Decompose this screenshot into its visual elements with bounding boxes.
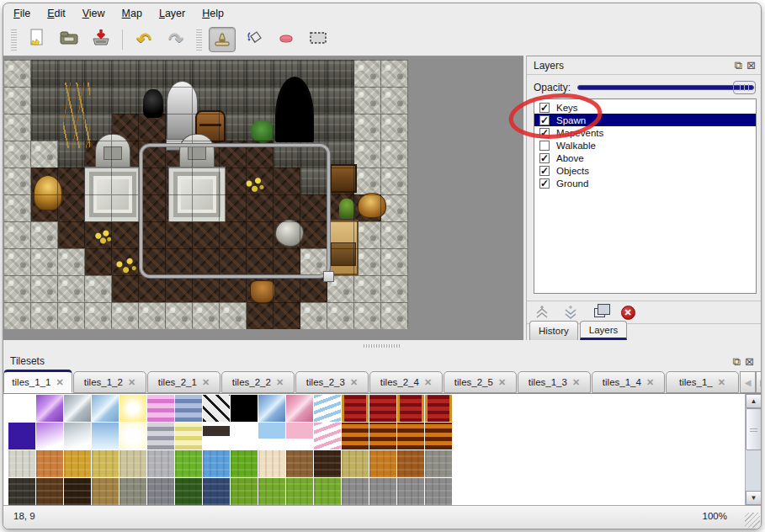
layers-panel-float-icon[interactable]: ⧉ (735, 60, 742, 71)
stamp-tool-button[interactable] (209, 27, 236, 52)
delete-layer-button[interactable]: ✕ (619, 304, 636, 321)
tileset-tile[interactable] (286, 450, 313, 477)
menu-file[interactable]: File (13, 8, 30, 19)
tileset-tile[interactable] (120, 478, 146, 505)
tileset-tile[interactable] (147, 423, 174, 450)
tileset-tile[interactable] (258, 478, 285, 505)
tileset-tile[interactable] (369, 395, 396, 422)
tilesets-panel-float-icon[interactable]: ⧉ (733, 356, 741, 367)
menu-layer[interactable]: Layer (159, 8, 185, 19)
tileset-tile[interactable] (175, 450, 202, 477)
tileset-tile[interactable] (120, 395, 146, 422)
open-file-button[interactable] (56, 27, 82, 52)
tileset-tile[interactable] (203, 478, 230, 505)
layer-checkbox-above[interactable]: ✓ (539, 153, 550, 163)
scroll-thumb[interactable] (746, 408, 762, 450)
tileset-tile[interactable] (231, 478, 258, 505)
tileset-tile[interactable] (120, 423, 146, 450)
close-tab-icon[interactable]: ✕ (350, 377, 358, 388)
tileset-tile[interactable] (231, 395, 258, 422)
tileset-tab-tiles_1_[interactable]: tiles_1_✕ (666, 371, 739, 393)
tileset-tile[interactable] (203, 450, 230, 477)
close-tab-icon[interactable]: ✕ (498, 377, 506, 388)
layer-row-above[interactable]: ✓Above (534, 152, 756, 164)
tileset-tile[interactable] (8, 423, 35, 450)
tileset-tab-tiles_2_3[interactable]: tiles_2_3✕ (295, 371, 369, 393)
tileset-tile[interactable] (369, 478, 396, 505)
tileset-tile[interactable] (36, 478, 63, 505)
tileset-tile[interactable] (369, 450, 396, 477)
map-selection[interactable] (140, 144, 330, 278)
tileset-tab-tiles_1_4[interactable]: tiles_1_4✕ (592, 371, 665, 393)
layer-checkbox-objects[interactable]: ✓ (539, 166, 550, 176)
tileset-tile[interactable] (64, 395, 91, 422)
menu-view[interactable]: View (82, 8, 105, 19)
tileset-tab-tiles_2_5[interactable]: tiles_2_5✕ (444, 371, 517, 393)
tileset-tile[interactable] (425, 450, 452, 477)
layers-panel-close-icon[interactable]: ⊠ (746, 60, 756, 71)
tab-layers[interactable]: Layers (580, 321, 628, 340)
tileset-tile[interactable] (36, 450, 63, 477)
toolbar-grip[interactable] (11, 29, 17, 51)
close-tab-icon[interactable]: ✕ (276, 377, 284, 388)
map-canvas[interactable] (4, 60, 408, 329)
tileset-tile[interactable] (314, 478, 341, 505)
tileset-tile[interactable] (175, 423, 202, 450)
layer-checkbox-mapevents[interactable]: ✓ (539, 128, 550, 138)
tilesets-panel-close-icon[interactable]: ⊠ (745, 356, 754, 367)
new-file-button[interactable] (24, 27, 50, 52)
tileset-tile[interactable] (286, 423, 313, 450)
layer-row-walkable[interactable]: Walkable (534, 139, 756, 152)
menu-map[interactable]: Map (122, 8, 142, 19)
tileset-tile[interactable] (314, 423, 341, 450)
tileset-tile[interactable] (203, 395, 230, 422)
opacity-slider[interactable] (577, 80, 756, 95)
close-tab-icon[interactable]: ✕ (128, 377, 135, 388)
menu-help[interactable]: Help (202, 8, 224, 19)
tileset-tile[interactable] (120, 450, 146, 477)
tileset-tile[interactable] (258, 395, 285, 422)
scroll-up-button[interactable]: ▲ (746, 394, 762, 408)
tileset-grid[interactable] (4, 394, 745, 505)
tileset-tile[interactable] (36, 423, 63, 450)
fill-tool-button[interactable] (241, 27, 268, 52)
close-tab-icon[interactable]: ✕ (56, 377, 63, 388)
tileset-tile[interactable] (397, 478, 424, 505)
selection-resize-handle[interactable] (323, 271, 334, 282)
tileset-tab-tiles_1_1[interactable]: tiles_1_1✕ (3, 370, 72, 393)
opacity-slider-track[interactable] (577, 85, 754, 90)
tileset-tile[interactable] (314, 395, 341, 422)
tileset-tab-tiles_2_1[interactable]: tiles_2_1✕ (147, 371, 220, 393)
tileset-tile[interactable] (175, 395, 202, 422)
toolbar-grip-2[interactable] (196, 29, 202, 51)
tileset-tab-tiles_1_3[interactable]: tiles_1_3✕ (518, 371, 591, 393)
tileset-tile[interactable] (397, 450, 424, 477)
close-tab-icon[interactable]: ✕ (646, 377, 654, 388)
tileset-tile[interactable] (342, 423, 369, 450)
close-tab-icon[interactable]: ✕ (718, 377, 725, 388)
horizontal-splitter[interactable] (3, 340, 761, 352)
scroll-tabs-left-button[interactable]: ◀ (740, 371, 756, 393)
splitter-grip[interactable] (364, 344, 401, 348)
layer-checkbox-keys[interactable]: ✓ (539, 103, 550, 113)
tileset-tile[interactable] (342, 395, 369, 422)
layer-checkbox-walkable[interactable] (539, 141, 550, 151)
tileset-tile[interactable] (425, 478, 452, 505)
tileset-tile[interactable] (369, 423, 396, 450)
menu-edit[interactable]: Edit (47, 8, 66, 19)
tileset-tile[interactable] (231, 423, 258, 450)
scroll-tabs-right-button[interactable]: ▶ (756, 371, 762, 393)
redo-button[interactable]: ↷ (162, 27, 189, 52)
lower-layer-button[interactable] (562, 304, 579, 321)
close-tab-icon[interactable]: ✕ (424, 377, 432, 388)
resize-grip[interactable] (745, 513, 760, 528)
tileset-tile[interactable] (64, 450, 91, 477)
select-tool-button[interactable] (305, 27, 332, 52)
layer-checkbox-ground[interactable]: ✓ (539, 178, 550, 189)
tileset-tile[interactable] (8, 395, 35, 422)
scroll-down-button[interactable]: ▼ (746, 491, 762, 505)
tileset-tile[interactable] (397, 423, 424, 450)
layer-row-spawn[interactable]: ✓Spawn (534, 114, 756, 126)
map-viewport[interactable] (3, 56, 523, 340)
tileset-scrollbar[interactable]: ▲ ▼ (745, 394, 761, 505)
